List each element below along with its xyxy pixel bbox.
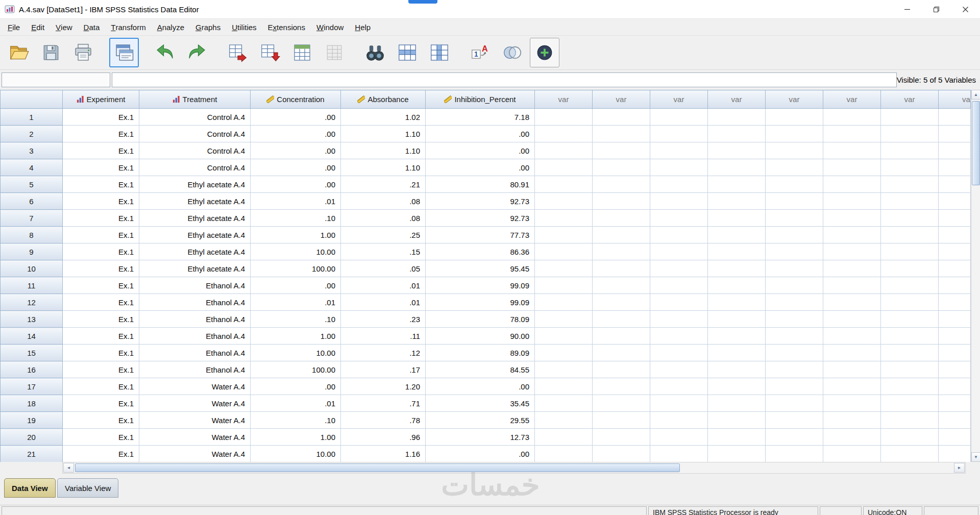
empty-cell[interactable] xyxy=(939,193,971,210)
row-header-5[interactable]: 5 xyxy=(1,176,63,193)
empty-cell[interactable] xyxy=(823,345,881,361)
empty-cell[interactable] xyxy=(881,210,939,227)
data-cell[interactable]: 10.00 xyxy=(251,345,341,361)
variables-button[interactable] xyxy=(287,38,317,67)
value-labels-button[interactable]: 1A xyxy=(465,38,495,67)
data-cell[interactable]: .78 xyxy=(341,412,426,429)
empty-cell[interactable] xyxy=(535,412,593,429)
empty-cell[interactable] xyxy=(535,126,593,142)
data-cell[interactable]: .71 xyxy=(341,395,426,412)
redo-button[interactable] xyxy=(182,38,212,67)
empty-cell[interactable] xyxy=(650,193,708,210)
empty-cell[interactable] xyxy=(708,260,766,277)
empty-cell[interactable] xyxy=(766,429,823,446)
empty-cell[interactable] xyxy=(650,412,708,429)
empty-cell[interactable] xyxy=(766,109,823,126)
data-cell[interactable]: 1.10 xyxy=(341,159,426,176)
empty-cell[interactable] xyxy=(939,361,971,378)
empty-cell[interactable] xyxy=(766,345,823,361)
data-cell[interactable]: Control A.4 xyxy=(139,142,251,159)
empty-cell[interactable] xyxy=(708,294,766,311)
empty-cell[interactable] xyxy=(939,311,971,328)
empty-cell[interactable] xyxy=(708,126,766,142)
empty-cell[interactable] xyxy=(708,109,766,126)
empty-cell[interactable] xyxy=(881,361,939,378)
empty-cell[interactable] xyxy=(650,176,708,193)
column-header-var[interactable]: var xyxy=(881,90,939,109)
empty-cell[interactable] xyxy=(593,429,650,446)
data-cell[interactable]: .01 xyxy=(251,294,341,311)
empty-cell[interactable] xyxy=(650,378,708,395)
recall-dialogs-button[interactable] xyxy=(109,38,139,67)
data-cell[interactable]: .00 xyxy=(251,142,341,159)
empty-cell[interactable] xyxy=(708,446,766,462)
data-cell[interactable]: .00 xyxy=(251,277,341,294)
empty-cell[interactable] xyxy=(939,260,971,277)
empty-cell[interactable] xyxy=(708,142,766,159)
data-cell[interactable]: 1.02 xyxy=(341,109,426,126)
empty-cell[interactable] xyxy=(593,109,650,126)
empty-cell[interactable] xyxy=(939,176,971,193)
cell-value-editor[interactable] xyxy=(112,72,897,87)
empty-cell[interactable] xyxy=(766,193,823,210)
data-cell[interactable]: Ex.1 xyxy=(63,378,139,395)
column-header-var[interactable]: var xyxy=(535,90,593,109)
empty-cell[interactable] xyxy=(766,412,823,429)
data-cell[interactable]: .21 xyxy=(341,176,426,193)
empty-cell[interactable] xyxy=(939,243,971,260)
data-cell[interactable]: 92.73 xyxy=(426,193,535,210)
data-cell[interactable]: .08 xyxy=(341,210,426,227)
empty-cell[interactable] xyxy=(650,446,708,462)
menu-graphs[interactable]: Graphs xyxy=(190,19,226,35)
data-cell[interactable]: Control A.4 xyxy=(139,109,251,126)
row-header-6[interactable]: 6 xyxy=(1,193,63,210)
row-header-2[interactable]: 2 xyxy=(1,126,63,142)
menu-edit[interactable]: Edit xyxy=(26,19,50,35)
data-cell[interactable]: 1.00 xyxy=(251,328,341,345)
data-cell[interactable]: 90.00 xyxy=(426,328,535,345)
empty-cell[interactable] xyxy=(881,294,939,311)
data-cell[interactable]: 77.73 xyxy=(426,227,535,243)
empty-cell[interactable] xyxy=(708,243,766,260)
empty-cell[interactable] xyxy=(593,176,650,193)
empty-cell[interactable] xyxy=(535,210,593,227)
data-cell[interactable]: Ethyl acetate A.4 xyxy=(139,210,251,227)
empty-cell[interactable] xyxy=(823,126,881,142)
empty-cell[interactable] xyxy=(708,429,766,446)
data-cell[interactable]: 78.09 xyxy=(426,311,535,328)
data-cell[interactable]: 7.18 xyxy=(426,109,535,126)
empty-cell[interactable] xyxy=(593,328,650,345)
row-header-15[interactable]: 15 xyxy=(1,345,63,361)
data-cell[interactable]: 29.55 xyxy=(426,412,535,429)
data-cell[interactable]: Ex.1 xyxy=(63,126,139,142)
empty-cell[interactable] xyxy=(881,176,939,193)
data-cell[interactable]: .08 xyxy=(341,193,426,210)
tab-data-view[interactable]: Data View xyxy=(4,478,56,498)
data-cell[interactable]: Ex.1 xyxy=(63,193,139,210)
empty-cell[interactable] xyxy=(823,260,881,277)
column-header-var[interactable]: var xyxy=(593,90,650,109)
empty-cell[interactable] xyxy=(766,159,823,176)
empty-cell[interactable] xyxy=(593,193,650,210)
tab-variable-view[interactable]: Variable View xyxy=(57,478,118,498)
empty-cell[interactable] xyxy=(708,277,766,294)
data-cell[interactable]: Ethyl acetate A.4 xyxy=(139,243,251,260)
empty-cell[interactable] xyxy=(823,109,881,126)
row-header-12[interactable]: 12 xyxy=(1,294,63,311)
empty-cell[interactable] xyxy=(881,395,939,412)
empty-cell[interactable] xyxy=(535,361,593,378)
row-header-10[interactable]: 10 xyxy=(1,260,63,277)
data-cell[interactable]: .01 xyxy=(341,277,426,294)
data-cell[interactable]: 80.91 xyxy=(426,176,535,193)
empty-cell[interactable] xyxy=(823,176,881,193)
row-header-19[interactable]: 19 xyxy=(1,412,63,429)
data-cell[interactable]: .25 xyxy=(341,227,426,243)
close-button[interactable] xyxy=(951,0,980,18)
empty-cell[interactable] xyxy=(823,193,881,210)
data-cell[interactable]: Ex.1 xyxy=(63,260,139,277)
empty-cell[interactable] xyxy=(535,260,593,277)
empty-cell[interactable] xyxy=(881,277,939,294)
empty-cell[interactable] xyxy=(593,210,650,227)
empty-cell[interactable] xyxy=(708,412,766,429)
data-cell[interactable]: Ethanol A.4 xyxy=(139,345,251,361)
